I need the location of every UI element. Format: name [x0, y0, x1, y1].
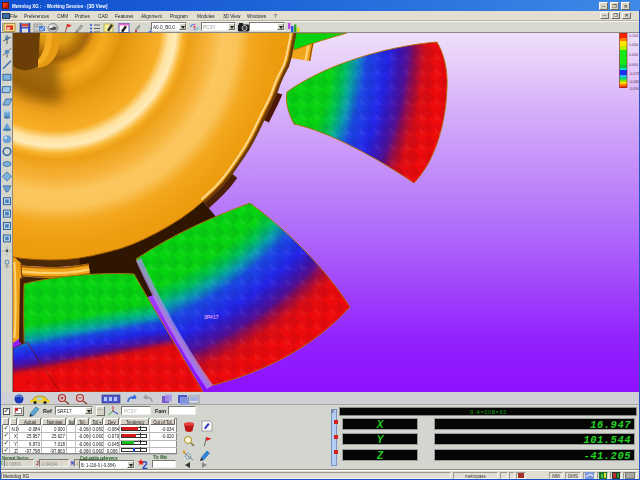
svg-text:0.050: 0.050 [629, 43, 638, 47]
svg-text:-0.090: -0.090 [629, 87, 639, 91]
svg-text:W: W [7, 26, 11, 31]
svg-text:-0.073: -0.073 [629, 72, 639, 76]
svg-text:0.050: 0.050 [629, 53, 638, 57]
svg-text:-0.083: -0.083 [629, 80, 639, 84]
svg-text:0.100: 0.100 [629, 34, 638, 38]
svg-text:0.000: 0.000 [629, 63, 638, 67]
svg-text:3P#17: 3P#17 [204, 314, 219, 320]
